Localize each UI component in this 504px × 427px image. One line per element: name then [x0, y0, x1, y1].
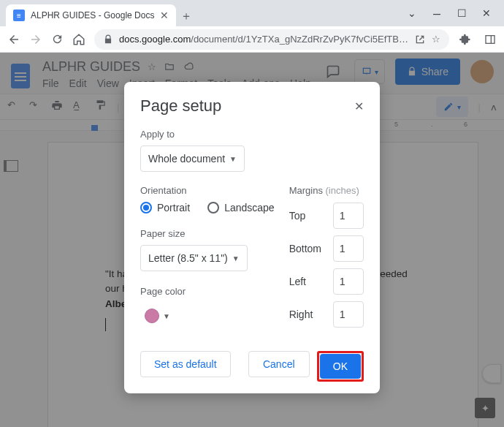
margin-top-input[interactable]	[333, 203, 364, 229]
margin-right-label: Right	[289, 309, 326, 320]
new-tab-button[interactable]: ＋	[176, 6, 196, 26]
page-color-picker[interactable]: ▼	[140, 303, 175, 329]
chevron-down-icon: ▼	[232, 254, 240, 262]
ok-button[interactable]: OK	[320, 354, 361, 379]
extensions-icon[interactable]	[458, 32, 473, 47]
window-dropdown-icon[interactable]: ⌄	[407, 7, 417, 19]
margin-bottom-label: Bottom	[289, 243, 326, 254]
page-color-label: Page color	[140, 286, 275, 297]
window-minimize-icon[interactable]: –	[432, 12, 442, 15]
url-text: docs.google.com/document/d/1YzTXa_gNzZdR…	[119, 34, 408, 45]
apply-to-label: Apply to	[140, 129, 364, 140]
forward-button	[29, 33, 42, 46]
chevron-down-icon: ▼	[163, 312, 170, 320]
bookmark-icon[interactable]: ☆	[432, 34, 440, 45]
close-dialog-icon[interactable]: ✕	[354, 99, 364, 113]
paper-size-dropdown[interactable]: Letter (8.5" x 11") ▼	[140, 245, 248, 271]
orientation-label: Orientation	[140, 185, 275, 196]
apply-to-dropdown[interactable]: Whole document ▼	[140, 146, 245, 172]
margin-left-label: Left	[289, 276, 326, 287]
svg-rect-0	[486, 35, 495, 43]
close-tab-icon[interactable]: ✕	[160, 10, 169, 21]
paper-size-value: Letter (8.5" x 11")	[148, 252, 228, 264]
window-close-icon[interactable]: ✕	[481, 7, 492, 19]
radio-icon	[207, 202, 219, 214]
reload-button[interactable]	[51, 33, 64, 46]
orientation-landscape-radio[interactable]: Landscape	[207, 202, 275, 214]
radio-selected-icon	[140, 202, 152, 214]
page-setup-dialog: Page setup ✕ Apply to Whole document ▼ O…	[124, 82, 380, 393]
tab-title: ALPHR GUIDES - Google Docs	[31, 10, 154, 20]
margins-unit: (inches)	[326, 185, 359, 196]
set-default-button[interactable]: Set as default	[140, 351, 231, 377]
margin-left-input[interactable]	[333, 268, 364, 295]
window-maximize-icon[interactable]: ☐	[457, 7, 467, 19]
apply-to-value: Whole document	[148, 153, 225, 165]
margins-label: Margins	[289, 185, 323, 196]
docs-favicon: ≡	[13, 10, 25, 21]
orientation-portrait-radio[interactable]: Portrait	[140, 202, 190, 214]
browser-tab[interactable]: ≡ ALPHR GUIDES - Google Docs ✕	[6, 4, 176, 26]
cancel-button[interactable]: Cancel	[248, 351, 310, 377]
ok-highlight: OK	[317, 351, 364, 382]
share-url-icon[interactable]	[414, 34, 426, 45]
lock-icon	[103, 34, 113, 45]
paper-size-label: Paper size	[140, 228, 275, 239]
home-button[interactable]	[72, 33, 85, 46]
chevron-down-icon: ▼	[229, 155, 237, 163]
margin-bottom-input[interactable]	[333, 235, 364, 262]
color-swatch-icon	[145, 309, 159, 323]
back-button[interactable]	[7, 33, 20, 46]
side-panel-icon[interactable]	[483, 32, 497, 47]
dialog-title: Page setup	[140, 97, 221, 116]
address-bar[interactable]: docs.google.com/document/d/1YzTXa_gNzZdR…	[94, 29, 449, 50]
margin-top-label: Top	[289, 210, 326, 222]
margin-right-input[interactable]	[333, 301, 364, 328]
